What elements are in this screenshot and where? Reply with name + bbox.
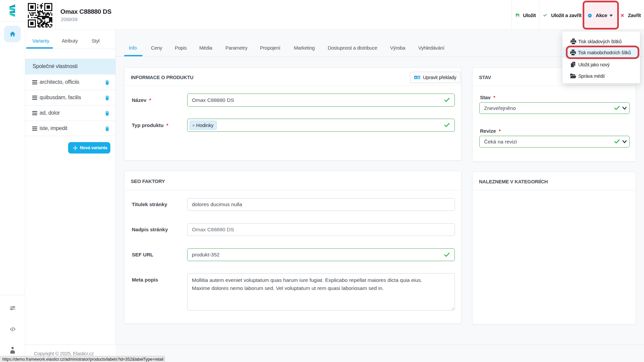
svg-text:文: 文 [417, 76, 420, 79]
svg-text:A: A [415, 76, 417, 79]
